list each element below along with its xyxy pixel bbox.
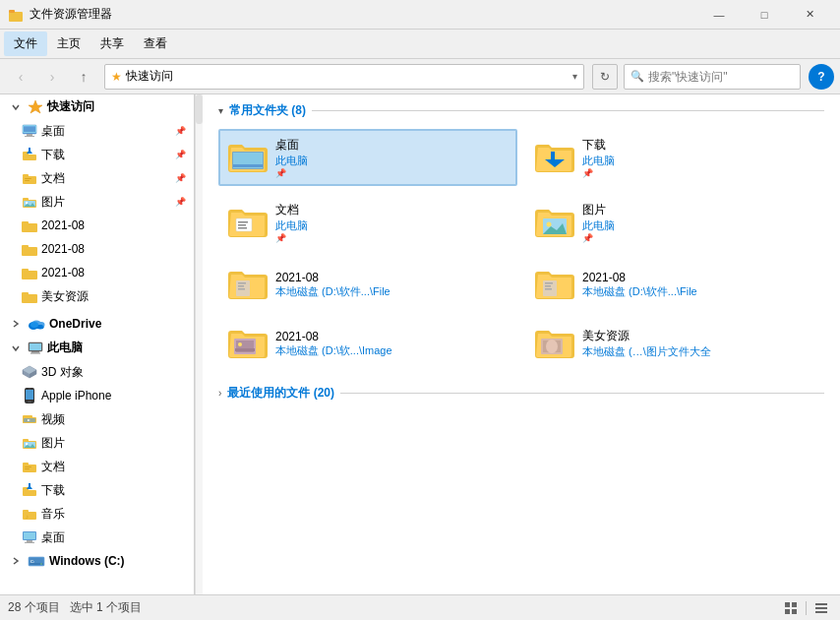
sidebar-item-meinv[interactable]: 美女资源: [0, 284, 194, 308]
sidebar-item-documents[interactable]: 文档 📌: [0, 166, 194, 190]
folder-2021-1-icon: [228, 267, 268, 302]
svg-rect-81: [238, 282, 246, 284]
refresh-button[interactable]: ↻: [592, 64, 618, 90]
svg-rect-16: [25, 180, 30, 181]
sidebar-group-this-pc[interactable]: 此电脑: [0, 336, 194, 360]
sidebar-item-pictures2[interactable]: 图片: [0, 431, 194, 455]
section-recent-files[interactable]: › 最近使用的文件 (20): [218, 385, 824, 402]
svg-point-94: [546, 340, 558, 353]
sidebar-item-downloads[interactable]: 下载 📌: [0, 143, 194, 166]
folder-documents-meta: 此电脑: [275, 218, 508, 233]
window-title: 文件资源管理器: [30, 6, 112, 23]
folder-downloads-info: 下载 此电脑 📌: [582, 137, 814, 178]
svg-point-20: [26, 202, 28, 204]
sidebar-item-documents2[interactable]: 文档: [0, 455, 194, 478]
folder-item-2021-1[interactable]: 2021-08 本地磁盘 (D:\软件...\File: [218, 259, 517, 310]
svg-rect-51: [25, 468, 30, 469]
sidebar-item-folder1-label: 2021-08: [41, 218, 186, 232]
folder-item-2021-img[interactable]: 2021-08 本地磁盘 (D:\软...\Image: [218, 318, 517, 369]
address-bar[interactable]: ★ 快速访问 ▾: [104, 64, 584, 90]
folder-item-downloads[interactable]: 下载 此电脑 📌: [525, 129, 824, 186]
documents2-icon: [22, 459, 37, 474]
sidebar-item-apple-iphone[interactable]: Apple iPhone: [0, 384, 194, 407]
svg-rect-95: [785, 602, 790, 607]
status-selected-count: 选中 1 个项目: [70, 599, 142, 616]
folder-item-2021-2[interactable]: 2021-08 本地磁盘 (D:\软件...\File: [525, 259, 824, 310]
svg-point-90: [238, 342, 242, 346]
svg-rect-74: [238, 221, 248, 223]
help-button[interactable]: ?: [809, 64, 834, 90]
this-pc-label: 此电脑: [47, 340, 83, 356]
close-button[interactable]: ✕: [787, 0, 832, 30]
folder-item-documents[interactable]: 文档 此电脑 📌: [218, 194, 517, 251]
maximize-button[interactable]: □: [742, 0, 787, 30]
folder-item-desktop[interactable]: 桌面 此电脑 📌: [218, 129, 517, 186]
search-bar[interactable]: 🔍: [624, 64, 801, 90]
sidebar-item-video[interactable]: 视频: [0, 407, 194, 431]
sidebar-item-desktop2[interactable]: 桌面: [0, 526, 194, 549]
folder-meinv-meta: 本地磁盘 (…\图片文件大全: [582, 344, 814, 359]
sidebar-item-folder1[interactable]: 2021-08: [0, 214, 194, 237]
folder-desktop-info: 桌面 此电脑 📌: [275, 137, 508, 178]
menu-view[interactable]: 查看: [134, 31, 177, 56]
folder-2021-img-name: 2021-08: [275, 330, 508, 343]
svg-rect-14: [23, 176, 36, 184]
sidebar-item-desktop[interactable]: 桌面 📌: [0, 119, 194, 143]
svg-rect-55: [29, 483, 30, 488]
folder-2021-1-meta: 本地磁盘 (D:\软件...\File: [275, 284, 508, 299]
sidebar-item-folder3[interactable]: 2021-08: [0, 261, 194, 284]
folder-2021-1-name: 2021-08: [275, 271, 508, 284]
folder-2021-img-meta: 本地磁盘 (D:\软...\Image: [275, 343, 508, 358]
sidebar-item-3d[interactable]: 3D 对象: [0, 360, 194, 384]
menu-share[interactable]: 共享: [90, 31, 134, 56]
sidebar: 快速访问 桌面 📌: [0, 94, 195, 594]
folder-documents-pin: 📌: [275, 233, 508, 243]
list-view-button[interactable]: [810, 597, 832, 619]
sidebar-item-desktop-label: 桌面: [41, 123, 171, 140]
minimize-button[interactable]: —: [696, 0, 742, 30]
back-button[interactable]: ‹: [6, 63, 35, 91]
folder-pictures-icon: [535, 205, 574, 240]
sidebar-item-windows-c[interactable]: C: Windows (C:): [0, 549, 194, 573]
title-bar-left: 文件资源管理器: [8, 6, 112, 23]
svg-rect-99: [815, 603, 827, 605]
view-divider: [806, 601, 807, 615]
up-button[interactable]: ↑: [69, 63, 98, 91]
file-grid: 桌面 此电脑 📌 下载 此电脑 �: [218, 129, 824, 369]
menu-file[interactable]: 文件: [4, 31, 47, 56]
grid-view-button[interactable]: [780, 597, 802, 619]
folder-documents-name: 文档: [275, 202, 508, 218]
search-input[interactable]: [648, 70, 794, 84]
pin-icon: 📌: [175, 197, 186, 207]
forward-button[interactable]: ›: [37, 63, 67, 91]
sidebar-item-downloads2[interactable]: 下载: [0, 478, 194, 502]
sidebar-item-3d-label: 3D 对象: [41, 364, 186, 381]
svg-rect-97: [785, 609, 790, 614]
menu-home[interactable]: 主页: [47, 31, 90, 56]
svg-rect-70: [233, 164, 263, 167]
sidebar-scrollbar[interactable]: [195, 94, 203, 594]
section1-divider: [312, 110, 824, 111]
sidebar-item-pictures[interactable]: 图片 📌: [0, 190, 194, 214]
section2-title: 最近使用的文件 (20): [227, 385, 334, 402]
folder-2021-img-icon: [228, 326, 268, 361]
svg-rect-15: [25, 178, 31, 179]
folder-item-meinv[interactable]: 美女资源 本地磁盘 (…\图片文件大全: [525, 318, 824, 369]
drive-icon: C:: [28, 554, 45, 568]
folder-item-pictures[interactable]: 图片 此电脑 📌: [525, 194, 824, 251]
sidebar-group-quick-access[interactable]: 快速访问: [0, 94, 194, 119]
sidebar-item-music[interactable]: ♪ 音乐: [0, 502, 194, 526]
section-common-folders[interactable]: ▾ 常用文件夹 (8): [218, 102, 824, 119]
svg-text:C:: C:: [30, 559, 34, 564]
sidebar-item-folder2[interactable]: 2021-08: [0, 237, 194, 261]
windows-c-label: Windows (C:): [49, 554, 125, 568]
sidebar-group-onedrive[interactable]: OneDrive: [0, 312, 194, 336]
folder-downloads-pin: 📌: [582, 168, 814, 178]
content-area: ▾ 常用文件夹 (8) 桌面 此电脑: [203, 94, 840, 594]
app-icon: [8, 7, 24, 23]
svg-rect-10: [23, 155, 36, 160]
address-chevron-icon[interactable]: ▾: [572, 71, 577, 82]
sidebar-item-folder3-label: 2021-08: [41, 266, 186, 279]
pin-icon: 📌: [175, 173, 186, 183]
svg-rect-61: [27, 540, 32, 542]
